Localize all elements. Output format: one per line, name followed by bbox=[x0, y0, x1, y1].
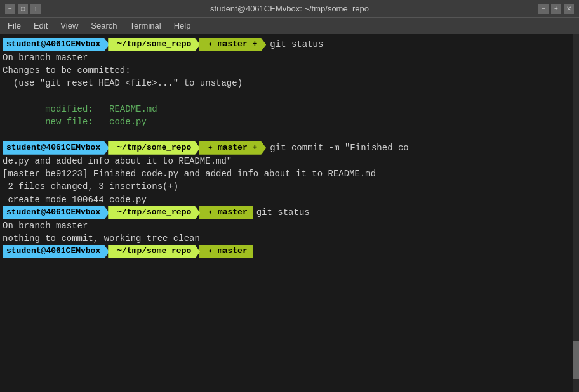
prompt-line-1: student@4061CEMvbox ~/tmp/some_repo ✦ ma… bbox=[3, 38, 576, 51]
prompt-path-3: ~/tmp/some_repo bbox=[108, 206, 200, 219]
output-3-line-1: On branch master bbox=[3, 219, 576, 232]
output-1-newfile: new file: code.py bbox=[3, 115, 576, 128]
window-maximize-right[interactable]: + bbox=[551, 4, 561, 14]
prompt-path-1: ~/tmp/some_repo bbox=[108, 38, 200, 51]
prompt-user-1: student@4061CEMvbox bbox=[3, 38, 109, 51]
window-controls[interactable]: − □ ↑ bbox=[5, 4, 41, 14]
prompt-branch-4: ✦ master bbox=[199, 245, 252, 258]
scrollbar[interactable] bbox=[573, 34, 579, 392]
window-title: student@4061CEMvbox: ~/tmp/some_repo bbox=[210, 4, 369, 13]
prompt-branch-3: ✦ master bbox=[199, 206, 252, 219]
menu-edit[interactable]: Edit bbox=[29, 20, 53, 32]
terminal-output: student@4061CEMvbox ~/tmp/some_repo ✦ ma… bbox=[3, 38, 576, 258]
window-minimize-right[interactable]: − bbox=[538, 4, 549, 14]
prompt-path-2: ~/tmp/some_repo bbox=[108, 141, 200, 155]
prompt-line-4: student@4061CEMvbox ~/tmp/some_repo ✦ ma… bbox=[3, 245, 576, 258]
menu-terminal[interactable]: Terminal bbox=[125, 20, 166, 32]
minimize-button[interactable]: − bbox=[5, 4, 15, 14]
output-3-line-2: nothing to commit, working tree clean bbox=[3, 232, 576, 245]
output-2-line-3: create mode 100644 code.py bbox=[3, 193, 576, 206]
output-2-line-2: 2 files changed, 3 insertions(+) bbox=[3, 180, 576, 193]
window-close-right[interactable]: ✕ bbox=[564, 4, 574, 14]
restore-button[interactable]: □ bbox=[18, 4, 28, 14]
window-right-controls[interactable]: − + ✕ bbox=[538, 4, 574, 14]
output-1-modified: modified: README.md bbox=[3, 103, 576, 115]
menu-file[interactable]: File bbox=[3, 20, 26, 32]
output-1-line-3: (use "git reset HEAD <file>..." to unsta… bbox=[3, 77, 576, 89]
output-2-line-1: [master be91223] Finished code.py and ad… bbox=[3, 167, 576, 180]
command-3: git status bbox=[256, 206, 310, 219]
prompt-line-3: student@4061CEMvbox ~/tmp/some_repo ✦ ma… bbox=[3, 206, 576, 219]
output-1-blank bbox=[3, 129, 576, 141]
titlebar: − □ ↑ student@4061CEMvbox: ~/tmp/some_re… bbox=[0, 0, 579, 18]
menu-help[interactable]: Help bbox=[169, 20, 196, 32]
output-1-line-2: Changes to be committed: bbox=[3, 64, 576, 77]
prompt-path-4: ~/tmp/some_repo bbox=[108, 245, 200, 258]
command-2: git commit -m "Finished co bbox=[270, 141, 408, 154]
prompt-user-3: student@4061CEMvbox bbox=[3, 206, 109, 219]
prompt-user-2: student@4061CEMvbox bbox=[3, 141, 109, 155]
command-1: git status bbox=[270, 38, 323, 51]
expand-button[interactable]: ↑ bbox=[30, 4, 41, 14]
prompt-user-4: student@4061CEMvbox bbox=[3, 245, 109, 258]
menu-view[interactable]: View bbox=[55, 20, 83, 32]
prompt-branch-2: ✦ master + bbox=[199, 141, 266, 155]
terminal-area[interactable]: student@4061CEMvbox ~/tmp/some_repo ✦ ma… bbox=[0, 34, 579, 392]
output-1-line-4 bbox=[3, 90, 576, 103]
prompt-line-2: student@4061CEMvbox ~/tmp/some_repo ✦ ma… bbox=[3, 141, 576, 155]
menubar: File Edit View Search Terminal Help bbox=[0, 18, 579, 34]
prompt-branch-1: ✦ master + bbox=[199, 38, 266, 51]
scrollbar-thumb[interactable] bbox=[573, 341, 579, 379]
command-2-wrap: de.py and added info about it to README.… bbox=[3, 155, 576, 167]
menu-search[interactable]: Search bbox=[86, 20, 122, 32]
output-1-line-1: On branch master bbox=[3, 51, 576, 64]
